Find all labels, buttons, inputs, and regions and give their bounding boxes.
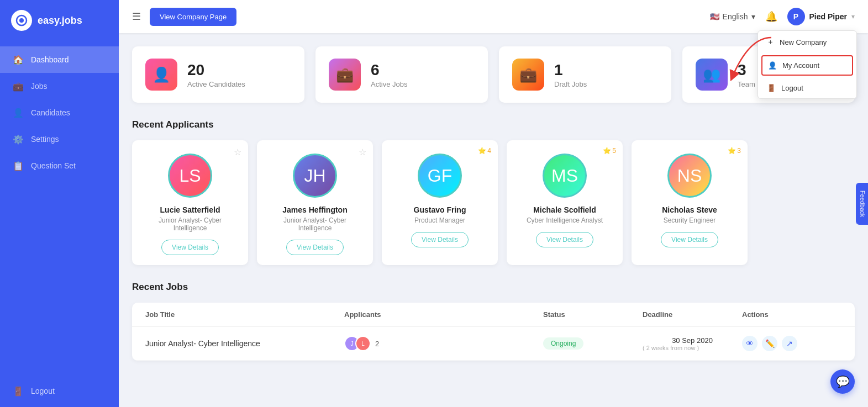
active-jobs-label: Active Jobs [371,80,407,88]
stat-card-active-jobs: 💼 6 Active Jobs [315,46,488,103]
home-icon: 🏠 [12,54,24,66]
dropdown-new-company-label: New Company [780,38,827,46]
app-name: easy.jobs [38,15,82,27]
stats-grid: 👤 20 Active Candidates 💼 6 Active Jobs 💼… [132,46,855,103]
avatar-michale: MS [543,154,587,198]
share-action-icon[interactable]: ↗ [782,336,797,351]
logout-nav-item[interactable]: 🚪 Logout [0,375,119,407]
dropdown-logout[interactable]: 🚪 Logout [758,78,856,98]
view-details-nicholas[interactable]: View Details [661,232,718,247]
col-applicants: Applicants [344,310,543,319]
applicant-card-james: ☆ JH James Heffington Junior Analyst- Cy… [257,140,373,265]
active-candidates-icon-box: 👤 [145,59,177,91]
action-icons: 👁 ✏️ ↗ [742,336,841,351]
col-actions: Actions [742,310,841,319]
company-avatar: P [787,8,805,25]
chat-button[interactable]: 💬 [830,369,855,394]
candidates-icon: 👤 [12,107,24,119]
company-name-label: Pied Piper [809,12,847,21]
avatar-lucie: LS [168,154,212,198]
sidebar: easy.jobs 🏠 Dashboard 💼 Jobs 👤 Candidate… [0,0,119,407]
sidebar-label-settings: Settings [31,135,59,144]
active-jobs-icon-box: 💼 [329,59,361,91]
applicants-grid: ☆ LS Lucie Satterfield Junior Analyst- C… [132,140,855,265]
svg-point-1 [19,18,24,23]
sidebar-item-candidates[interactable]: 👤 Candidates [0,99,119,126]
table-row: Junior Analyst- Cyber Intelligence J L 2… [132,327,855,361]
sidebar-logout-label: Logout [31,387,55,395]
sidebar-item-settings[interactable]: ⚙️ Settings [0,126,119,152]
main-area: ☰ View Company Page 🇺🇸 English ▾ 🔔 P Pie… [119,0,868,407]
flag-icon: 🇺🇸 [710,12,719,21]
mini-avatars: J L [344,336,371,351]
question-set-icon: 📋 [12,160,24,172]
avatar-james: JH [293,154,337,198]
view-details-gustavo[interactable]: View Details [411,232,469,247]
job-title-text: Junior Analyst- Cyber Intelligence [145,339,344,348]
sidebar-label-question-set: Question Set [31,161,76,170]
jobs-icon: 💼 [12,80,24,92]
view-details-james[interactable]: View Details [286,240,344,255]
mini-avatar-2: L [355,336,371,351]
draft-jobs-label: Draft Jobs [554,80,587,88]
team-members-icon-box: 👥 [696,59,728,91]
notification-bell-icon[interactable]: 🔔 [765,10,777,23]
logo-icon [11,10,32,31]
draft-jobs-icon-box: 💼 [512,59,544,91]
active-candidates-info: 20 Active Candidates [187,61,245,88]
feedback-tab[interactable]: Feedback [856,182,868,224]
name-michale: Michale Scolfield [533,205,596,214]
role-james: Junior Analyst- Cyber Intelligence [266,216,364,232]
col-status: Status [543,310,643,319]
edit-action-icon[interactable]: ✏️ [762,336,777,351]
company-selector[interactable]: P Pied Piper ▾ [787,8,855,25]
sidebar-label-candidates: Candidates [31,108,70,117]
view-details-lucie[interactable]: View Details [161,240,219,255]
view-action-icon[interactable]: 👁 [742,336,757,351]
active-candidates-number: 20 [187,61,245,79]
sidebar-item-jobs[interactable]: 💼 Jobs [0,73,119,99]
stat-card-draft-jobs: 💼 1 Draft Jobs [499,46,671,103]
logout-icon: 🚪 [12,385,24,397]
col-job-title: Job Title [145,310,344,319]
name-gustavo: Gustavo Fring [414,205,466,214]
active-jobs-number: 6 [371,61,407,79]
plus-icon: ＋ [767,37,774,47]
settings-icon: ⚙️ [12,133,24,145]
company-avatar-letter: P [793,12,798,21]
menu-icon[interactable]: ☰ [132,10,141,23]
name-nicholas: Nicholas Steve [662,205,717,214]
name-james: James Heffington [282,205,347,214]
jobs-table-header: Job Title Applicants Status Deadline Act… [132,303,855,327]
bookmark-icon-james[interactable]: ☆ [359,147,366,157]
deadline-sub: ( 2 weeks from now ) [643,345,742,351]
language-selector[interactable]: 🇺🇸 English ▾ [710,12,755,21]
dropdown-new-company[interactable]: ＋ New Company [758,31,856,53]
status-cell: Ongoing [543,337,643,350]
dropdown-my-account[interactable]: 👤 My Account [761,55,853,76]
bookmark-icon-lucie[interactable]: ☆ [234,147,241,157]
sidebar-item-dashboard[interactable]: 🏠 Dashboard [0,46,119,73]
sidebar-item-question-set[interactable]: 📋 Question Set [0,152,119,179]
role-gustavo: Product Manager [414,216,465,224]
deadline-date: 30 Sep 2020 [643,336,742,345]
star-badge-nicholas: ⭐3 [728,147,741,155]
company-chevron-icon: ▾ [851,13,855,20]
active-jobs-info: 6 Active Jobs [371,61,407,88]
deadline-cell: 30 Sep 2020 ( 2 weeks from now ) [643,336,742,351]
account-icon: 👤 [768,61,777,70]
avatar-gustavo: GF [418,154,462,198]
main-content: 👤 20 Active Candidates 💼 6 Active Jobs 💼… [119,33,868,407]
sidebar-logo: easy.jobs [0,0,119,41]
star-badge-gustavo: ⭐4 [478,147,491,155]
role-michale: Cyber Intelligence Analyst [527,216,603,224]
dropdown-logout-icon: 🚪 [767,84,776,92]
view-company-button[interactable]: View Company Page [150,8,236,26]
star-badge-michale: ⭐5 [603,147,616,155]
status-badge: Ongoing [543,337,583,350]
role-nicholas: Security Engineer [664,216,716,224]
applicant-card-gustavo: ⭐4 GF Gustavo Fring Product Manager View… [382,140,498,265]
recent-applicants-title: Recent Applicants [132,119,855,130]
view-details-michale[interactable]: View Details [536,232,593,247]
company-dropdown-menu: ＋ New Company 👤 My Account 🚪 Logout [757,30,857,99]
